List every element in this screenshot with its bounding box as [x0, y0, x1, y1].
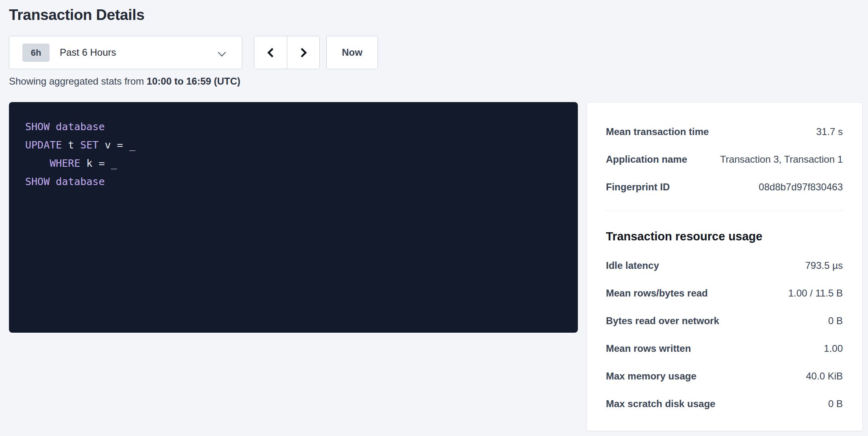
transaction-details-page: Transaction Details 6h Past 6 Hours Now … [0, 6, 868, 431]
sql-code-line: SHOW database [25, 118, 562, 136]
sql-token-plain: t [62, 139, 80, 151]
time-range-label: Past 6 Hours [60, 47, 116, 58]
subtitle-time-range: 10:00 to 16:59 (UTC) [147, 76, 241, 87]
resource-rows: Idle latency793.5 µsMean rows/bytes read… [606, 259, 843, 410]
stat-label: Bytes read over network [606, 314, 727, 327]
stat-value: 1.00 [824, 342, 843, 355]
stat-label: Mean rows/bytes read [606, 287, 716, 300]
stat-row: Application nameTransaction 3, Transacti… [606, 153, 843, 166]
sql-code: SHOW databaseUPDATE t SET v = _ WHERE k … [25, 118, 562, 191]
stat-row: Fingerprint ID08d8b7d97f830463 [606, 181, 843, 194]
main-content: SHOW databaseUPDATE t SET v = _ WHERE k … [9, 102, 863, 431]
time-range-badge: 6h [22, 44, 50, 62]
subtitle-prefix: Showing aggregated stats from [9, 76, 147, 87]
stat-label: Mean transaction time [606, 125, 717, 138]
sql-token-keyword: database [56, 121, 104, 133]
stat-value: 40.0 KiB [806, 370, 843, 383]
stat-value: 793.5 µs [805, 259, 843, 272]
stat-label: Max scratch disk usage [606, 397, 723, 410]
stat-value: 0 B [828, 397, 843, 410]
chevron-left-icon [267, 48, 277, 57]
stat-row: Max scratch disk usage0 B [606, 397, 843, 410]
time-interval-nav [254, 36, 320, 69]
sql-token-keyword: UPDATE [25, 139, 62, 151]
sql-code-line: UPDATE t SET v = _ [25, 136, 562, 154]
stat-value: 08d8b7d97f830463 [759, 181, 843, 194]
next-interval-button[interactable] [287, 36, 319, 69]
panel-divider [606, 211, 843, 211]
sql-token-keyword: database [56, 176, 104, 187]
sql-statements-box: SHOW databaseUPDATE t SET v = _ WHERE k … [9, 102, 578, 333]
stat-row: Idle latency793.5 µs [606, 259, 843, 272]
page-title: Transaction Details [9, 6, 863, 24]
stat-label: Mean rows written [606, 342, 699, 355]
stat-label: Max memory usage [606, 370, 705, 383]
sql-code-line: WHERE k = _ [25, 154, 562, 172]
now-button[interactable]: Now [326, 36, 378, 69]
sql-token-keyword: SET [80, 139, 98, 151]
overview-rows: Mean transaction time31.7 sApplication n… [606, 125, 843, 194]
sql-token-keyword: WHERE [50, 157, 80, 169]
resource-usage-heading: Transaction resource usage [606, 229, 843, 244]
time-range-dropdown[interactable]: 6h Past 6 Hours [9, 36, 242, 69]
stat-value: 0 B [828, 314, 843, 327]
prev-interval-button[interactable] [254, 36, 287, 69]
sql-token-plain [50, 121, 56, 133]
stat-row: Mean transaction time31.7 s [606, 125, 843, 138]
sql-token-plain: v = _ [99, 139, 135, 151]
chevron-down-icon [218, 48, 226, 57]
aggregation-subtitle: Showing aggregated stats from 10:00 to 1… [9, 74, 863, 88]
stat-row: Mean rows written1.00 [606, 342, 843, 355]
sql-code-line: SHOW database [25, 172, 562, 191]
stat-label: Application name [606, 153, 695, 166]
stat-row: Mean rows/bytes read1.00 / 11.5 B [606, 287, 843, 300]
sql-token-plain: k = _ [80, 157, 117, 169]
stat-row: Max memory usage40.0 KiB [606, 370, 843, 383]
sql-token-plain [25, 157, 50, 169]
stat-value: 1.00 / 11.5 B [788, 287, 843, 300]
stat-row: Bytes read over network0 B [606, 314, 843, 327]
sql-token-keyword: SHOW [25, 176, 50, 187]
sql-token-keyword: SHOW [25, 121, 50, 133]
sql-token-plain [50, 176, 56, 187]
stat-value: 31.7 s [816, 125, 843, 138]
stat-label: Fingerprint ID [606, 181, 678, 194]
summary-panel: Mean transaction time31.7 sApplication n… [586, 102, 863, 431]
stat-value: Transaction 3, Transaction 1 [720, 153, 843, 166]
time-controls: 6h Past 6 Hours Now [9, 36, 863, 69]
chevron-right-icon [297, 48, 307, 57]
stat-label: Idle latency [606, 259, 667, 272]
